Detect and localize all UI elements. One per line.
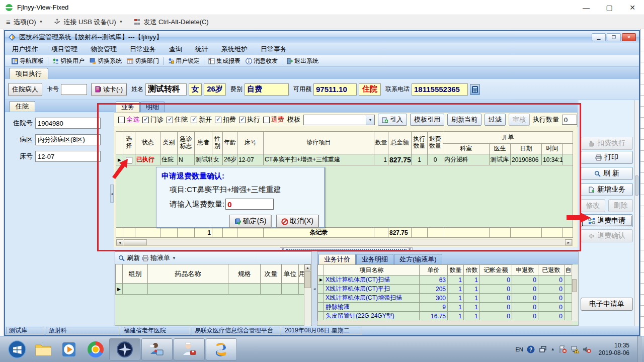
viewer-maximize-button[interactable]: ▢ — [598, 0, 621, 15]
taskbar-media-player-icon[interactable] — [56, 338, 83, 360]
tray-help-icon[interactable]: ? — [527, 345, 535, 353]
pricing-vscrollbar[interactable] — [572, 265, 578, 321]
menu-user-ops[interactable]: 用户操作 — [12, 45, 38, 54]
filter-outpatient[interactable]: 门诊 — [142, 115, 164, 124]
card-no-input[interactable] — [61, 84, 87, 95]
e-application-button[interactable]: 电子申请单 — [581, 298, 633, 311]
scroll-left-icon[interactable]: ◄ — [116, 239, 123, 245]
filter-executed[interactable]: 执行 — [239, 115, 260, 124]
import-button[interactable]: 引入 — [378, 114, 407, 126]
tray-clock[interactable]: 10:35 2019-08-06 — [595, 342, 633, 357]
audit-button[interactable]: 审核 — [509, 114, 530, 126]
col-apply-refund[interactable]: 申退数 — [512, 265, 538, 276]
toolbar-report[interactable]: 集成报表 — [206, 57, 243, 65]
tab-business[interactable]: 业务 — [116, 102, 140, 112]
menu-material-mgmt[interactable]: 物资管理 — [91, 45, 117, 54]
col-select[interactable]: 选择 — [123, 132, 135, 154]
toolbar-exit[interactable]: 退出系统 — [284, 57, 321, 65]
viewer-close-button[interactable]: ✕ — [621, 0, 644, 15]
col-amount[interactable]: 记帐金额 — [480, 265, 512, 276]
row-select-checkbox[interactable] — [126, 157, 132, 163]
col-date[interactable]: 日期 — [511, 144, 542, 154]
viewer-send-cad-menu[interactable]: 发送 Ctrl-Alt-Delete(C) — [134, 18, 208, 27]
checkbox-unchecked-icon[interactable] — [118, 117, 125, 123]
checkbox-checked-icon[interactable] — [215, 117, 221, 123]
calculator-button[interactable] — [470, 84, 480, 95]
refund-qty-input[interactable] — [225, 199, 274, 210]
template-apply-button[interactable]: 模板引用 — [410, 114, 444, 126]
col-dept[interactable]: 科室 — [443, 144, 490, 154]
table-row[interactable]: 头皮留置针(22G 24GY型) 16.75 1 1 0 0 0 — [318, 312, 573, 321]
menu-daily-business[interactable]: 日常业务 — [130, 45, 156, 54]
bottom-splitter-handle[interactable]: ◄ — [312, 251, 317, 326]
infusion-print-button[interactable]: 输液单 — [150, 253, 170, 262]
start-button[interactable] — [4, 338, 30, 360]
tray-volume-muted-icon[interactable] — [583, 345, 591, 353]
bed-no-value[interactable]: 12-07 — [35, 151, 101, 162]
refund-confirm-button[interactable]: 退费确认 — [581, 229, 633, 242]
scroll-thumb[interactable] — [124, 239, 147, 245]
table-row[interactable]: ▶ 已执行 住院 N 测试转科 女 26岁 12-07 CT鼻窦平扫+增强+三维… — [116, 154, 573, 165]
tab-business-detail[interactable]: 业务明细 — [356, 254, 393, 264]
filter-inpatient[interactable]: 住院 — [167, 115, 188, 124]
menu-query[interactable]: 查询 — [169, 45, 182, 54]
infusion-vscrollbar[interactable]: ▲ — [304, 264, 311, 326]
col-drug-name[interactable]: 药品名称 — [148, 264, 228, 284]
chevron-down-icon[interactable]: ▼ — [366, 115, 374, 125]
filter-refund[interactable]: 退费 — [263, 115, 284, 124]
toolbar-switch-dept[interactable]: 切换部门 — [124, 57, 162, 65]
viewer-minimize-button[interactable]: — — [575, 0, 598, 15]
table-row[interactable]: ▶ — [116, 284, 311, 295]
tray-expand-icon[interactable]: ▲ — [551, 347, 555, 351]
col-item[interactable]: 诊疗项目 — [264, 132, 374, 154]
print-button[interactable]: 打印 — [581, 151, 633, 164]
tray-flag-alert-icon[interactable] — [558, 345, 567, 353]
refresh-current-button[interactable]: 刷新当前 — [447, 114, 481, 126]
tray-restore-windows-icon[interactable] — [539, 345, 547, 353]
taskbar-chrome-icon[interactable] — [83, 338, 109, 360]
delete-button[interactable]: 删除 — [608, 199, 633, 212]
col-unit-price[interactable]: 单价 — [420, 265, 448, 276]
table-row[interactable]: X线计算机体层(CT)平扫 205 1 1 0 0 0 — [318, 285, 573, 294]
inpatient-type-button[interactable]: 住院病人 — [8, 83, 42, 96]
read-card-button[interactable]: 读卡(-) — [91, 83, 127, 96]
col-urgent[interactable]: 急诊标志 — [178, 132, 195, 154]
col-doctor[interactable]: 医生 — [490, 144, 511, 154]
scroll-thumb[interactable] — [304, 271, 311, 288]
taskbar-compass-app-button[interactable] — [109, 338, 140, 360]
menu-system-maintenance[interactable]: 系统维护 — [221, 45, 248, 54]
app-close-button[interactable]: ✕ — [622, 33, 636, 41]
checkbox-checked-icon[interactable] — [239, 117, 246, 123]
col-group[interactable]: 组别 — [123, 264, 148, 284]
menu-daily-affairs[interactable]: 日常事务 — [261, 45, 287, 54]
refund-apply-button[interactable]: 退费申请 — [581, 214, 633, 227]
app-restore-button[interactable]: ❐ — [607, 33, 621, 41]
right-vscrollbar[interactable] — [634, 100, 639, 326]
template-combobox[interactable]: ▼ — [303, 115, 375, 125]
infusion-refresh-button[interactable]: 刷新 — [127, 253, 140, 262]
dialog-ok-button[interactable]: 确定(S) — [229, 215, 272, 228]
col-status[interactable]: 状态 — [135, 132, 160, 154]
col-exec-qty[interactable]: 执行数量 — [412, 132, 428, 154]
scroll-thumb[interactable] — [635, 175, 638, 196]
splitter-grip[interactable]: ✕✕ — [280, 247, 413, 251]
show-desktop-button[interactable] — [637, 336, 642, 362]
col-total[interactable]: 总金额 — [388, 132, 412, 154]
refresh-button[interactable]: 刷 新 — [581, 167, 633, 180]
toolbar-user-lock[interactable]: 用户锁定 — [165, 57, 202, 65]
col-sex[interactable]: 性别 — [212, 132, 223, 154]
toolbar-switch-user[interactable]: 切换用户 — [50, 57, 87, 65]
toolbar-messages[interactable]: 消息收发 — [243, 57, 280, 65]
tab-project-execution[interactable]: 项目执行 — [9, 68, 48, 79]
table-row[interactable]: X线计算机体层(CT)增强扫描 300 1 1 0 0 0 — [318, 294, 573, 303]
tray-language[interactable]: EN — [515, 346, 523, 352]
app-minimize-button[interactable]: ▁ — [592, 33, 606, 41]
taskbar-nurse-app-button[interactable] — [174, 338, 205, 360]
scroll-thumb[interactable] — [572, 279, 577, 292]
col-patient[interactable]: 患者 — [195, 132, 212, 154]
checkbox-checked-icon[interactable] — [167, 117, 173, 123]
new-business-button[interactable]: 新增业务 — [581, 183, 633, 196]
table-row[interactable]: ▶ X线计算机体层(CT)扫描 63 1 1 0 0 0 — [318, 276, 573, 285]
tab-detail[interactable]: 明细 — [140, 102, 165, 112]
col-category[interactable]: 类别 — [160, 132, 178, 154]
